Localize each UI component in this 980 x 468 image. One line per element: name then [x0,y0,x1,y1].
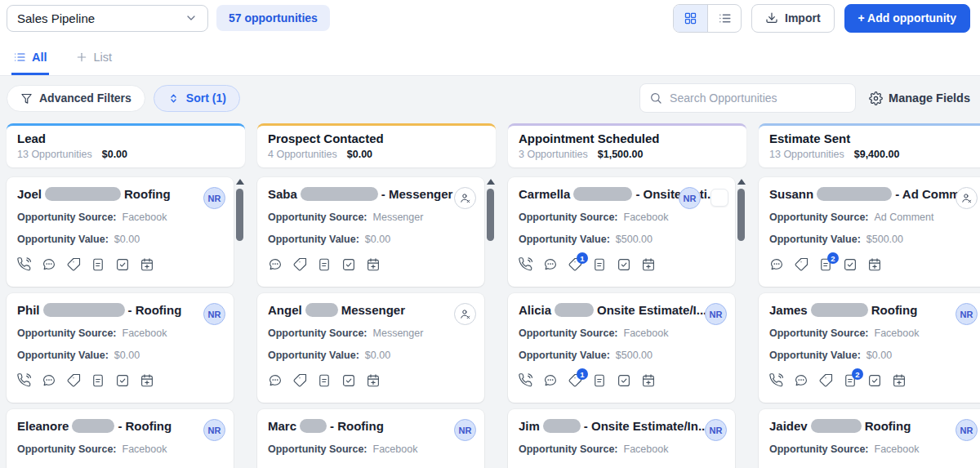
task-checkbox-icon[interactable] [617,257,631,272]
tag-icon[interactable] [794,257,808,272]
column-cards: JoelRoofingNROpportunity Source:Facebook… [7,177,245,468]
document-icon[interactable] [91,373,105,388]
opportunity-card[interactable]: Susann- Ad CommentOpportunity Source:Ad … [759,177,980,287]
document-icon[interactable] [317,257,332,272]
opportunity-card[interactable]: Eleanore- RoofingNROpportunity Source:Fa… [7,409,234,468]
task-checkbox-icon[interactable] [341,373,356,388]
chat-icon[interactable] [42,257,56,272]
scroll-up-arrow-icon[interactable] [236,179,244,185]
tag-icon[interactable] [292,373,307,388]
grid-view-button[interactable] [674,5,707,32]
add-opportunity-button[interactable]: + Add opportunity [844,4,970,33]
calendar-add-icon[interactable] [867,257,882,272]
assignee-avatar[interactable]: NR [203,303,225,325]
phone-icon[interactable] [519,257,533,272]
view-toggle [673,4,742,33]
calendar-add-icon[interactable] [366,373,381,388]
scroll-up-arrow-icon[interactable] [737,179,746,185]
opportunity-card[interactable]: AliciaOnsite Estimate/I...NROpportunity … [508,293,735,403]
scroll-up-arrow-icon[interactable] [487,179,495,185]
name-text: - Roofing [128,303,182,317]
source-value: Facebook [122,212,167,223]
opportunity-card[interactable]: Phil- RoofingNROpportunity Source:Facebo… [7,293,234,403]
phone-icon[interactable] [17,257,32,272]
advanced-filters-button[interactable]: Advanced Filters [7,85,145,112]
tag-icon[interactable]: 1 [568,257,582,272]
search-input[interactable] [670,91,846,105]
assignee-avatar[interactable]: NR [705,419,727,441]
document-icon[interactable] [592,373,607,388]
name-text: Roofing [124,187,171,201]
task-checkbox-icon[interactable] [115,257,130,272]
calendar-add-icon[interactable] [641,257,656,272]
chat-icon[interactable] [268,373,283,388]
calendar-add-icon[interactable] [140,257,154,272]
pipeline-selector[interactable]: Sales Pipeline [7,5,208,32]
document-icon[interactable] [592,257,607,272]
chat-icon[interactable] [543,373,558,388]
tag-icon[interactable] [818,373,833,388]
chat-icon[interactable] [268,257,283,272]
column-scrollbar[interactable] [486,177,496,468]
manage-fields-button[interactable]: Manage Fields [869,91,970,105]
scrollbar-thumb[interactable] [236,189,243,241]
opportunity-card[interactable]: Carmella- Onsite Esti...NROpportunity So… [508,177,735,287]
tag-icon[interactable] [292,257,307,272]
document-icon[interactable]: 2 [818,257,833,272]
task-checkbox-icon[interactable] [115,373,130,388]
unassigned-avatar-icon[interactable] [454,303,476,325]
opportunity-card[interactable]: JaidevRoofingNROpportunity Source:Facebo… [759,409,980,468]
tab-add-list[interactable]: List [74,51,114,75]
chat-icon[interactable] [794,373,808,388]
scrollbar-thumb[interactable] [487,189,494,241]
assignee-avatar[interactable]: NR [203,187,225,209]
document-icon[interactable]: 2 [843,373,858,388]
card-checkbox[interactable] [710,189,728,207]
tag-icon[interactable]: 1 [568,373,582,388]
opportunity-card[interactable]: AngelMessengerOpportunity Source:Messeng… [257,293,484,403]
unassigned-avatar-icon[interactable] [956,187,978,209]
task-checkbox-icon[interactable] [617,373,631,388]
unassigned-avatar-icon[interactable] [454,187,476,209]
assignee-avatar[interactable]: NR [956,303,978,325]
assignee-avatar[interactable]: NR [705,303,727,325]
value-label: Opportunity Value: [519,350,610,361]
tab-all[interactable]: All [11,51,49,75]
chat-icon[interactable] [543,257,558,272]
phone-icon[interactable] [519,373,533,388]
calendar-add-icon[interactable] [641,373,656,388]
value-amount: $500.00 [866,234,903,245]
card-actions: 1 [519,257,724,272]
list-view-button[interactable] [707,5,741,32]
chat-icon[interactable] [769,257,784,272]
opportunity-card[interactable]: JamesRoofingNROpportunity Source:Faceboo… [759,293,980,403]
assignee-avatar[interactable]: NR [956,419,978,441]
column-title: Lead [17,131,234,145]
scrollbar-thumb[interactable] [737,189,745,241]
import-button[interactable]: Import [751,4,835,33]
calendar-add-icon[interactable] [366,257,381,272]
assignee-avatar[interactable]: NR [203,419,225,441]
assignee-avatar[interactable]: NR [679,187,701,209]
task-checkbox-icon[interactable] [843,257,858,272]
sort-button[interactable]: Sort (1) [154,85,240,112]
assignee-avatar[interactable]: NR [454,419,476,441]
opportunity-card[interactable]: Marc- RoofingNROpportunity Source:Facebo… [257,409,484,468]
task-checkbox-icon[interactable] [867,373,882,388]
opportunity-value-row: Opportunity Value:$0.00 [17,234,223,245]
opportunity-card[interactable]: Jim- Onsite Estimate/In...NROpportunity … [508,409,735,468]
column-scrollbar[interactable] [235,177,245,468]
tag-icon[interactable] [66,257,81,272]
document-icon[interactable] [91,257,105,272]
phone-icon[interactable] [769,373,784,388]
document-icon[interactable] [317,373,332,388]
task-checkbox-icon[interactable] [341,257,356,272]
phone-icon[interactable] [17,373,32,388]
opportunity-card[interactable]: Saba- MessengerOpportunity Source:Messen… [257,177,484,287]
column-scrollbar[interactable] [737,177,746,468]
calendar-add-icon[interactable] [892,373,906,388]
opportunity-card[interactable]: JoelRoofingNROpportunity Source:Facebook… [7,177,234,287]
tag-icon[interactable] [66,373,81,388]
chat-icon[interactable] [42,373,56,388]
calendar-add-icon[interactable] [140,373,154,388]
